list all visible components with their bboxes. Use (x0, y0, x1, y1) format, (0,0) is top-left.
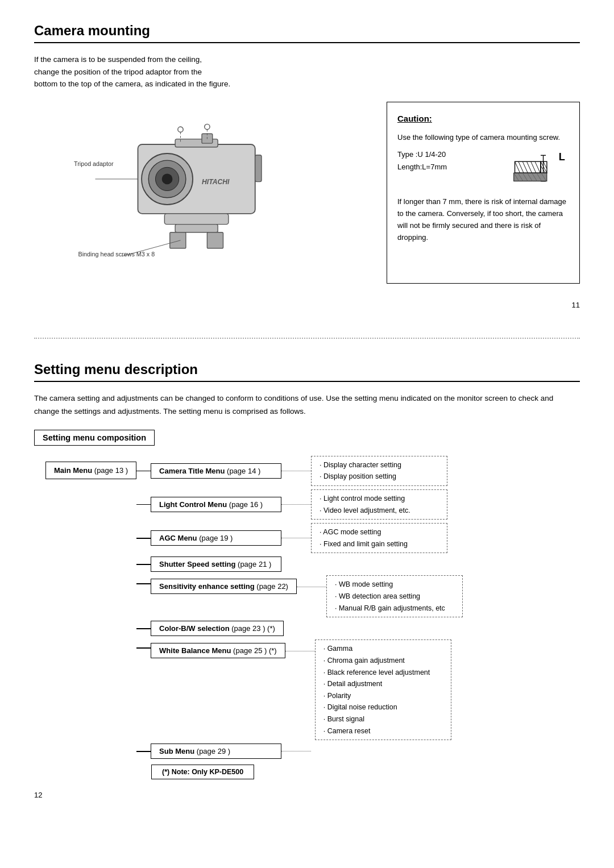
menu-row-agc: AGC Menu (page 19 ) · AGC mode setting· … (136, 523, 463, 553)
page-setting-menu: Setting menu description The camera sett… (0, 344, 614, 823)
camera-figure-area: HITACHI Tripod adaptor Binding (34, 102, 580, 284)
page1-number: 11 (34, 301, 580, 309)
menu-row-sensitivity: Sensitivity enhance setting (page 22) · … (136, 575, 463, 617)
page2-number: 12 (34, 791, 580, 799)
menu-row-light-control: Light Control Menu (page 16 ) · Light co… (136, 489, 463, 520)
item-camera-title-bold: Camera Title Menu (159, 467, 225, 475)
dots5 (297, 587, 326, 587)
dots1 (281, 471, 311, 471)
main-menu-col: Main Menu (page 13 ) (45, 462, 136, 479)
sub-shutter-empty (311, 562, 447, 567)
sub-sensitivity: · WB mode setting· WB detection area set… (326, 575, 463, 617)
page2-title: Setting menu description (34, 362, 580, 382)
item-sensitivity-bold: Sensitivity enhance setting (159, 582, 255, 591)
svg-rect-10 (175, 224, 218, 232)
menu-diagram-full: Main Menu (page 13 ) Camera Title Menu (… (45, 456, 580, 780)
svg-text:Binding head screws M3 x 8: Binding head screws M3 x 8 (78, 251, 155, 258)
main-menu-box: Main Menu (page 13 ) (45, 462, 136, 479)
composition-box: Setting menu composition (34, 430, 155, 446)
menu-items-area: Camera Title Menu (page 14 ) · Display c… (136, 456, 463, 780)
item-sub-menu: Sub Menu (page 29 ) (151, 744, 281, 759)
caution-warning: If longer than 7 mm, there is risk of in… (397, 196, 569, 243)
screw-type-area: Type :U 1/4-20 Length:L=7mm L (397, 148, 569, 188)
menu-row-camera-title: Camera Title Menu (page 14 ) · Display c… (136, 456, 463, 486)
length-label: Length:L=7mm (397, 161, 501, 173)
caution-line1: Use the following type of camera mountin… (397, 131, 569, 144)
svg-rect-8 (255, 155, 262, 182)
item-sub-menu-bold: Sub Menu (159, 747, 194, 755)
page-camera-mounting: Camera mounting If the camera is to be s… (0, 0, 614, 332)
menu-row-white-balance: White Balance Menu (page 25 ) (*) · Gamm… (136, 639, 463, 740)
item-camera-title-page: (page 14 ) (227, 467, 260, 475)
svg-rect-9 (164, 214, 229, 225)
item-sensitivity: Sensitivity enhance setting (page 22) (151, 579, 297, 594)
svg-line-29 (526, 162, 532, 173)
svg-text:HITACHI: HITACHI (202, 178, 230, 186)
main-menu-label: Main Menu (54, 466, 92, 475)
page1-title: Camera mounting (34, 23, 580, 43)
svg-rect-11 (170, 232, 186, 248)
sub-light-control: · Light control mode setting· Video leve… (311, 489, 447, 520)
note-area: (*) Note: Only KP-DE500 (151, 765, 463, 779)
svg-line-28 (522, 162, 528, 173)
sub-submenu-empty (311, 749, 447, 754)
sub-white-balance: · Gamma · Chroma gain adjustment · Black… (315, 639, 451, 740)
item-agc: AGC Menu (page 19 ) (151, 530, 281, 546)
dots2 (281, 504, 311, 505)
item-light-control-bold: Light Control Menu (159, 500, 227, 509)
svg-text:L: L (559, 152, 565, 163)
item-color-bw-bold: Color-B/W selection (159, 624, 230, 633)
page2-intro: The camera setting and adjustments can b… (34, 392, 580, 418)
sub-agc: · AGC mode setting· Fixed and limit gain… (311, 523, 447, 553)
type-label: Type :U 1/4-20 (397, 148, 501, 161)
item-agc-bold: AGC Menu (159, 534, 197, 542)
screw-text: Type :U 1/4-20 Length:L=7mm (397, 148, 501, 173)
screw-diagram-svg: L (512, 148, 569, 188)
menu-row-color-bw: Color-B/W selection (page 23 ) (*) (136, 621, 463, 636)
menu-row-shutter: Shutter Speed setting (page 21 ) (136, 556, 463, 572)
svg-rect-12 (207, 232, 223, 248)
page1-intro: If the camera is to be suspended from th… (34, 53, 580, 90)
caution-title: Caution: (397, 111, 569, 126)
camera-diagram: HITACHI Tripod adaptor Binding (34, 102, 370, 284)
svg-point-4 (162, 173, 173, 184)
note-box: (*) Note: Only KP-DE500 (151, 765, 254, 779)
svg-point-14 (178, 127, 183, 132)
item-camera-title: Camera Title Menu (page 14 ) (151, 463, 281, 479)
dots8 (281, 751, 311, 751)
menu-row-sub-menu: Sub Menu (page 29 ) (136, 744, 463, 759)
caution-box: Caution: Use the following type of camer… (387, 102, 580, 284)
page-separator (34, 338, 580, 339)
svg-text:Tripod adaptor: Tripod adaptor (74, 160, 114, 167)
svg-point-16 (205, 124, 210, 129)
item-color-bw: Color-B/W selection (page 23 ) (*) (151, 621, 284, 636)
sub-camera-title: · Display character setting· Display pos… (311, 456, 447, 486)
camera-diagram-svg: HITACHI Tripod adaptor Binding (34, 102, 370, 272)
svg-line-31 (535, 162, 540, 173)
sub-color-bw-empty (313, 626, 450, 632)
item-white-balance-bold: White Balance Menu (159, 646, 231, 655)
svg-line-30 (531, 162, 536, 173)
dots3 (281, 538, 311, 538)
dots7 (285, 651, 315, 651)
item-shutter-bold: Shutter Speed setting (159, 560, 235, 568)
main-menu-page: (page 13 ) (94, 466, 128, 475)
item-white-balance: White Balance Menu (page 25 ) (*) (151, 643, 285, 658)
item-shutter: Shutter Speed setting (page 21 ) (151, 556, 281, 572)
item-light-control: Light Control Menu (page 16 ) (151, 497, 281, 512)
